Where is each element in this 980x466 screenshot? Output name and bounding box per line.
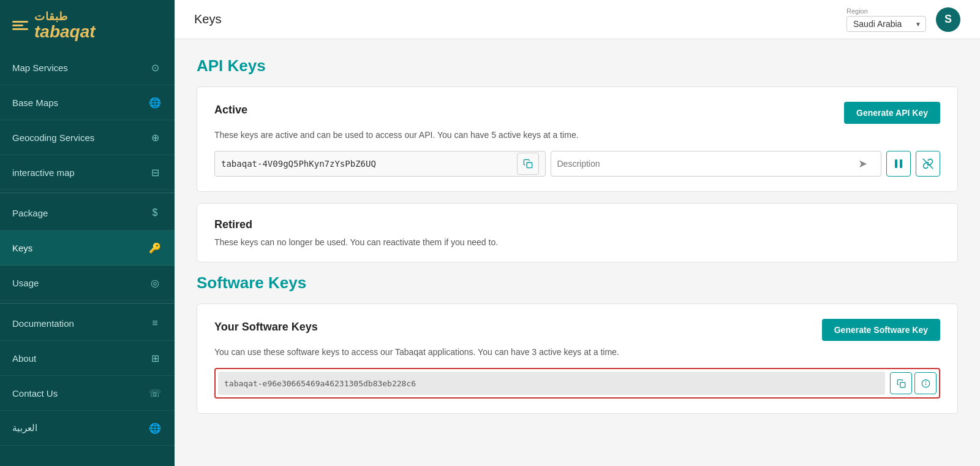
sidebar-item-about[interactable]: About ⊞ <box>0 341 175 376</box>
api-key-value: tabaqat-4V09gQ5PhKyn7zYsPbZ6UQ <box>221 159 517 169</box>
content-area: API Keys Active Generate API Key These k… <box>175 39 980 466</box>
active-title: Active <box>214 104 247 116</box>
active-description: These keys are active and can be used to… <box>214 130 940 140</box>
software-key-value: tabaqat-e96e30665469a46231305db83eb228c6 <box>224 379 879 388</box>
globe-icon: 🌐 <box>148 95 162 110</box>
software-key-row-highlighted: tabaqat-e96e30665469a46231305db83eb228c6 <box>214 368 940 399</box>
retired-title: Retired <box>214 218 940 231</box>
retired-keys-card: Retired These keys can no longer be used… <box>197 203 958 262</box>
logo-line-1 <box>12 21 28 23</box>
software-key-copy-button[interactable] <box>890 372 912 394</box>
software-card-header: Your Software Keys Generate Software Key <box>214 319 940 341</box>
api-keys-title: API Keys <box>197 56 958 75</box>
sidebar-item-documentation[interactable]: Documentation ≡ <box>0 306 175 341</box>
region-selector[interactable]: Region Saudi Arabia UAE Kuwait ▼ <box>846 7 926 32</box>
page-title: Keys <box>194 12 221 26</box>
logo-lines-icon <box>12 21 28 30</box>
compass-icon: ⊙ <box>148 60 162 75</box>
software-key-info-button[interactable] <box>914 372 937 394</box>
sidebar-item-keys[interactable]: Keys 🔑 <box>0 231 175 265</box>
software-description: You can use these software keys to acces… <box>214 347 940 357</box>
sidebar-item-arabic[interactable]: العربية 🌐 <box>0 411 175 446</box>
key-icon: 🔑 <box>148 240 162 255</box>
user-avatar[interactable]: S <box>936 7 960 32</box>
pause-button[interactable] <box>886 151 911 177</box>
dollar-icon: $ <box>148 205 162 220</box>
sidebar-item-base-maps[interactable]: Base Maps 🌐 <box>0 85 175 120</box>
active-card-header: Active Generate API Key <box>214 102 940 124</box>
region-label: Region <box>846 7 926 15</box>
document-icon: ≡ <box>148 316 162 330</box>
retired-description: These keys can no longer be used. You ca… <box>214 237 940 247</box>
logo-text: طبقات tabaqat <box>34 10 96 40</box>
svg-rect-2 <box>900 159 902 168</box>
main-panel: Keys Region Saudi Arabia UAE Kuwait ▼ S … <box>175 0 980 466</box>
header-right: Region Saudi Arabia UAE Kuwait ▼ S <box>846 7 960 32</box>
grid-icon: ⊞ <box>148 351 162 365</box>
header: Keys Region Saudi Arabia UAE Kuwait ▼ S <box>175 0 980 39</box>
svg-rect-4 <box>900 382 905 387</box>
software-key-actions <box>890 372 937 394</box>
sidebar-item-interactive-map[interactable]: interactive map ⊟ <box>0 155 175 190</box>
software-keys-title: Software Keys <box>197 273 958 292</box>
active-keys-card: Active Generate API Key These keys are a… <box>197 86 958 192</box>
sidebar-item-package[interactable]: Package $ <box>0 196 175 231</box>
logo-latin: tabaqat <box>34 23 96 40</box>
generate-api-key-button[interactable]: Generate API Key <box>844 102 940 124</box>
sidebar-item-contact-us[interactable]: Contact Us ☏ <box>0 376 175 411</box>
sidebar: طبقات tabaqat Map Services ⊙ Base Maps 🌐… <box>0 0 175 466</box>
sidebar-item-usage[interactable]: Usage ◎ <box>0 265 175 300</box>
nav-divider-1 <box>0 193 175 193</box>
unlink-button[interactable] <box>916 151 940 177</box>
api-key-display: tabaqat-4V09gQ5PhKyn7zYsPbZ6UQ <box>214 151 546 177</box>
region-select[interactable]: Saudi Arabia UAE Kuwait <box>846 16 926 32</box>
map-icon: ⊟ <box>148 165 162 180</box>
logo-line-3 <box>12 28 28 30</box>
location-plus-icon: ⊕ <box>148 130 162 145</box>
description-input[interactable] <box>557 159 851 169</box>
svg-rect-1 <box>895 159 897 168</box>
description-field-wrapper[interactable]: ➤ <box>551 151 882 177</box>
send-button[interactable]: ➤ <box>850 151 875 177</box>
logo-arabic: طبقات <box>34 10 96 23</box>
logo-line-2 <box>12 25 23 26</box>
chart-icon: ◎ <box>148 275 162 290</box>
language-icon: 🌐 <box>148 421 162 435</box>
api-key-copy-button[interactable] <box>517 153 539 175</box>
sidebar-item-map-services[interactable]: Map Services ⊙ <box>0 50 175 85</box>
software-keys-subtitle: Your Software Keys <box>214 321 318 334</box>
software-key-display: tabaqat-e96e30665469a46231305db83eb228c6 <box>218 372 885 395</box>
active-key-row: tabaqat-4V09gQ5PhKyn7zYsPbZ6UQ ➤ <box>214 151 940 177</box>
phone-icon: ☏ <box>148 386 162 400</box>
sidebar-item-geocoding-services[interactable]: Geocoding Services ⊕ <box>0 120 175 155</box>
svg-rect-0 <box>527 162 532 168</box>
nav-divider-2 <box>0 303 175 304</box>
generate-software-key-button[interactable]: Generate Software Key <box>822 319 940 341</box>
software-keys-card: Your Software Keys Generate Software Key… <box>197 304 958 414</box>
logo: طبقات tabaqat <box>0 0 175 50</box>
